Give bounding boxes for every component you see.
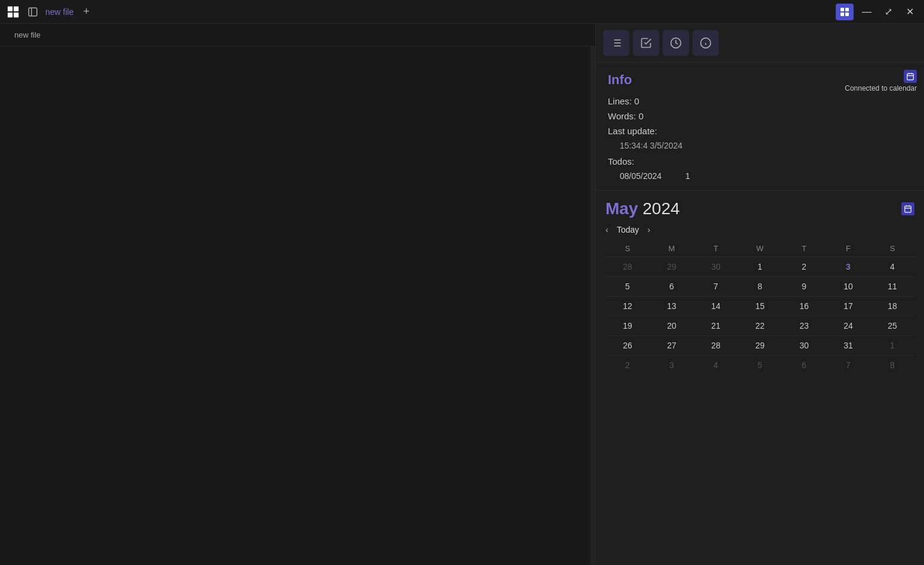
info-todos-date: 08/05/2024 <box>620 171 662 181</box>
app-logo <box>6 5 20 19</box>
list-tool-button[interactable] <box>603 30 629 56</box>
calendar-week-row: 2829301234 <box>605 257 914 277</box>
clock-tool-button[interactable] <box>663 30 689 56</box>
calendar-day[interactable]: 2 <box>782 257 826 277</box>
calendar-header: May 2024 <box>605 199 914 218</box>
info-last-update-value: 15:34:4 3/5/2024 <box>608 141 912 150</box>
editor-content[interactable] <box>0 47 595 565</box>
calendar-day[interactable]: 18 <box>870 297 914 316</box>
calendar-day[interactable]: 21 <box>694 316 738 336</box>
calendar-day[interactable]: 12 <box>605 297 650 316</box>
calendar-day[interactable]: 20 <box>650 316 694 336</box>
panel-toolbar <box>596 24 924 63</box>
calendar-day[interactable]: 3 <box>826 257 870 277</box>
calendar-day[interactable]: 14 <box>694 297 738 316</box>
day-header-s1: S <box>605 242 650 257</box>
calendar-day[interactable]: 5 <box>605 277 650 297</box>
grid-icon <box>836 4 854 20</box>
checklist-tool-button[interactable] <box>633 30 659 56</box>
calendar-day[interactable]: 22 <box>738 316 782 336</box>
info-section: Info Connected to calendar Lines: 0 Word… <box>596 63 924 191</box>
calendar-day[interactable]: 30 <box>694 257 738 277</box>
calendar-day[interactable]: 7 <box>694 277 738 297</box>
svg-rect-1 <box>14 6 18 11</box>
day-header-t2: T <box>782 242 826 257</box>
calendar-day[interactable]: 5 <box>738 356 782 375</box>
svg-rect-2 <box>8 12 13 17</box>
calendar-day[interactable]: 10 <box>826 277 870 297</box>
calendar-day[interactable]: 31 <box>826 336 870 356</box>
calendar-day[interactable]: 4 <box>694 356 738 375</box>
day-header-w: W <box>738 242 782 257</box>
calendar-week-row: 19202122232425 <box>605 316 914 336</box>
calendar-day[interactable]: 15 <box>738 297 782 316</box>
calendar-day[interactable]: 19 <box>605 316 650 336</box>
add-tab-button[interactable]: + <box>83 5 89 18</box>
info-lines: Lines: 0 <box>608 96 912 106</box>
editor-tab-bar: new file <box>0 24 595 47</box>
svg-rect-3 <box>14 12 18 17</box>
calendar-month-title: May 2024 <box>605 199 680 218</box>
calendar-day[interactable]: 28 <box>605 257 650 277</box>
editor-area: new file <box>0 24 596 565</box>
calendar-day[interactable]: 7 <box>826 356 870 375</box>
day-header-s2: S <box>870 242 914 257</box>
file-name-label: new file <box>45 7 73 17</box>
calendar-day[interactable]: 8 <box>870 356 914 375</box>
right-panel: Info Connected to calendar Lines: 0 Word… <box>596 24 924 565</box>
calendar-week-row: 2627282930311 <box>605 336 914 356</box>
svg-rect-20 <box>907 73 914 79</box>
calendar-day[interactable]: 2 <box>605 356 650 375</box>
calendar-day[interactable]: 6 <box>782 356 826 375</box>
calendar-day[interactable]: 29 <box>738 336 782 356</box>
calendar-day[interactable]: 17 <box>826 297 870 316</box>
calendar-day-headers: S M T W T F S <box>605 242 914 257</box>
svg-rect-4 <box>29 8 37 16</box>
svg-rect-9 <box>845 13 849 16</box>
calendar-day[interactable]: 29 <box>650 257 694 277</box>
svg-rect-7 <box>845 8 849 11</box>
svg-rect-6 <box>840 8 844 11</box>
calendar-section: May 2024 ‹ Today › <box>596 191 924 565</box>
editor-scrollbar[interactable] <box>591 47 595 565</box>
calendar-day[interactable]: 1 <box>870 336 914 356</box>
minimize-button[interactable]: — <box>858 4 875 20</box>
calendar-prev-button[interactable]: ‹ <box>605 224 608 234</box>
maximize-button[interactable]: ⤢ <box>880 4 897 20</box>
calendar-day[interactable]: 3 <box>650 356 694 375</box>
calendar-day[interactable]: 26 <box>605 336 650 356</box>
calendar-day[interactable]: 1 <box>738 257 782 277</box>
calendar-today-label: Today <box>617 225 639 234</box>
calendar-day[interactable]: 16 <box>782 297 826 316</box>
editor-tab[interactable]: new file <box>7 27 48 43</box>
calendar-day[interactable]: 25 <box>870 316 914 336</box>
sidebar-toggle-button[interactable] <box>25 5 41 18</box>
info-words: Words: 0 <box>608 111 912 121</box>
calendar-section-connect-icon[interactable] <box>901 202 914 215</box>
info-tool-button[interactable] <box>693 30 719 56</box>
calendar-day[interactable]: 11 <box>870 277 914 297</box>
calendar-day[interactable]: 4 <box>870 257 914 277</box>
calendar-day[interactable]: 9 <box>782 277 826 297</box>
calendar-week-row: 567891011 <box>605 277 914 297</box>
calendar-day[interactable]: 13 <box>650 297 694 316</box>
calendar-day[interactable]: 8 <box>738 277 782 297</box>
connect-calendar-label: Connected to calendar <box>845 84 917 92</box>
calendar-day[interactable]: 24 <box>826 316 870 336</box>
calendar-day[interactable]: 6 <box>650 277 694 297</box>
calendar-day[interactable]: 28 <box>694 336 738 356</box>
calendar-week-row: 12131415161718 <box>605 297 914 316</box>
calendar-day[interactable]: 30 <box>782 336 826 356</box>
calendar-day[interactable]: 23 <box>782 316 826 336</box>
close-button[interactable]: ✕ <box>901 4 918 20</box>
main-layout: new file <box>0 24 924 565</box>
connect-calendar-button[interactable]: Connected to calendar <box>845 70 917 92</box>
calendar-nav: ‹ Today › <box>605 224 914 234</box>
calendar-next-button[interactable]: › <box>647 224 650 234</box>
calendar-day[interactable]: 27 <box>650 336 694 356</box>
svg-rect-8 <box>840 13 844 16</box>
svg-rect-24 <box>905 206 911 212</box>
calendar-grid: S M T W T F S 28293012345678910111213141… <box>605 242 914 375</box>
info-todos-row: 08/05/2024 1 <box>608 171 912 181</box>
calendar-month-name: May <box>605 199 638 218</box>
